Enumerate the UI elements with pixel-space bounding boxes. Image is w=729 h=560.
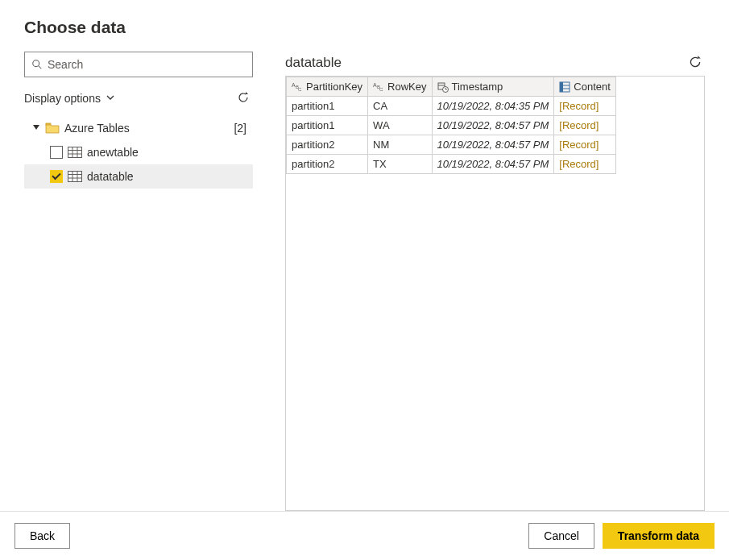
display-options-dropdown[interactable]: Display options (24, 92, 115, 105)
cell-partitionkey: partition2 (287, 135, 368, 155)
transform-data-button[interactable]: Transform data (603, 523, 715, 549)
column-header-timestamp[interactable]: Timestamp (432, 77, 554, 97)
column-label: Timestamp (452, 81, 503, 93)
svg-text:C: C (298, 87, 302, 92)
table-row[interactable]: partition2 TX 10/19/2022, 8:04:57 PM [Re… (287, 155, 616, 174)
cell-content[interactable]: [Record] (554, 97, 616, 116)
text-type-icon: ABC (373, 81, 384, 93)
svg-text:C: C (379, 87, 383, 92)
tree-node-anewtable[interactable]: anewtable (24, 140, 253, 164)
svg-rect-25 (560, 82, 563, 92)
cell-rowkey: WA (368, 116, 432, 135)
chevron-down-icon (106, 92, 115, 105)
column-header-content[interactable]: Content (554, 77, 616, 97)
cell-partitionkey: partition1 (287, 116, 368, 135)
dialog-footer: Back Cancel Transform data (0, 511, 729, 560)
svg-rect-8 (68, 172, 82, 182)
cell-timestamp: 10/19/2022, 8:04:57 PM (432, 155, 554, 174)
caret-down-icon (32, 125, 40, 131)
refresh-icon (237, 91, 250, 106)
refresh-icon (688, 55, 702, 72)
tree-node-count: [2] (234, 122, 246, 135)
cell-timestamp: 10/19/2022, 8:04:57 PM (432, 135, 554, 155)
record-link[interactable]: [Record] (559, 139, 599, 151)
table-row[interactable]: partition2 NM 10/19/2022, 8:04:57 PM [Re… (287, 135, 616, 155)
navigator-tree: Azure Tables [2] anewtable datatable (24, 116, 253, 511)
checkbox-anewtable[interactable] (50, 146, 63, 159)
table-row[interactable]: partition1 CA 10/19/2022, 8:04:35 PM [Re… (287, 97, 616, 116)
tree-node-label: anewtable (87, 146, 139, 159)
page-title: Choose data (24, 18, 705, 37)
cell-content[interactable]: [Record] (554, 116, 616, 135)
cancel-button[interactable]: Cancel (528, 523, 594, 549)
navigator-panel: Display options Azure Tables (24, 52, 253, 511)
record-link[interactable]: [Record] (559, 119, 599, 131)
preview-panel: datatable ABC PartitionK (285, 52, 705, 511)
search-input[interactable] (48, 58, 246, 71)
search-input-wrapper[interactable] (24, 52, 253, 77)
column-label: RowKey (387, 81, 426, 93)
checkbox-datatable[interactable] (50, 170, 63, 183)
refresh-preview-button[interactable] (686, 53, 705, 73)
cell-timestamp: 10/19/2022, 8:04:35 PM (432, 97, 554, 116)
cell-timestamp: 10/19/2022, 8:04:57 PM (432, 116, 554, 135)
tree-node-datatable[interactable]: datatable (24, 164, 253, 189)
cell-rowkey: TX (368, 155, 432, 174)
table-icon (68, 171, 82, 182)
svg-rect-2 (46, 123, 51, 125)
table-row[interactable]: partition1 WA 10/19/2022, 8:04:57 PM [Re… (287, 116, 616, 135)
preview-table: ABC PartitionKey ABC RowKey (286, 77, 616, 174)
search-icon (31, 59, 43, 70)
cell-partitionkey: partition2 (287, 155, 368, 174)
cell-content[interactable]: [Record] (554, 155, 616, 174)
svg-line-1 (39, 66, 42, 69)
text-type-icon: ABC (292, 81, 303, 93)
column-header-partitionkey[interactable]: ABC PartitionKey (287, 77, 368, 97)
cell-rowkey: CA (368, 97, 432, 116)
column-header-rowkey[interactable]: ABC RowKey (368, 77, 432, 97)
svg-point-0 (33, 60, 39, 67)
folder-icon (45, 122, 60, 134)
cell-partitionkey: partition1 (287, 97, 368, 116)
record-link[interactable]: [Record] (559, 158, 599, 170)
column-label: PartitionKey (306, 81, 362, 93)
table-icon (68, 147, 82, 158)
tree-node-label: datatable (87, 170, 134, 183)
cell-content[interactable]: [Record] (554, 135, 616, 155)
column-label: Content (574, 81, 611, 93)
display-options-label: Display options (24, 92, 101, 105)
datetime-type-icon (437, 81, 449, 93)
tree-node-azure-tables[interactable]: Azure Tables [2] (24, 116, 253, 140)
refresh-tree-button[interactable] (234, 89, 253, 108)
svg-rect-3 (68, 147, 82, 158)
preview-title: datatable (285, 55, 342, 71)
back-button[interactable]: Back (14, 523, 70, 549)
tree-node-label: Azure Tables (64, 122, 130, 135)
record-link[interactable]: [Record] (559, 100, 599, 112)
record-type-icon (559, 81, 570, 93)
cell-rowkey: NM (368, 135, 432, 155)
